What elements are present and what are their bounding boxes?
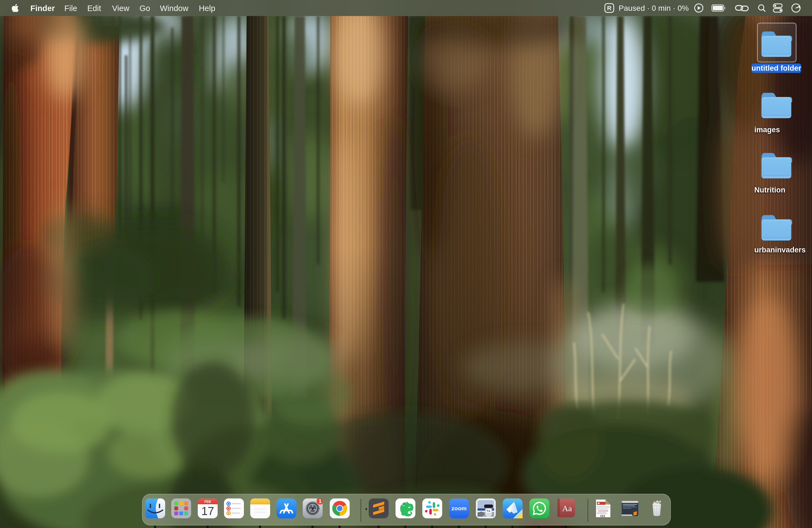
svg-text:zoom: zoom xyxy=(452,505,467,511)
svg-text:FEB: FEB xyxy=(204,500,211,504)
svg-text:1: 1 xyxy=(319,498,321,504)
svg-text:Aa: Aa xyxy=(562,504,572,513)
svg-text:17: 17 xyxy=(201,504,214,517)
svg-text:R: R xyxy=(607,5,611,12)
